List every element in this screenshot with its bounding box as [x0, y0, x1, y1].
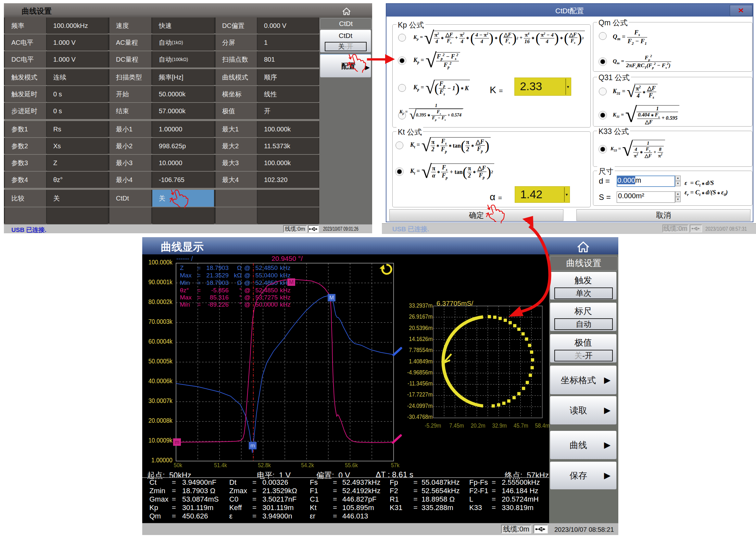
svg-text:M: M [289, 279, 294, 285]
svg-text:m: m [250, 443, 255, 449]
svg-text:M: M [329, 295, 334, 301]
svg-text:m: m [175, 439, 179, 445]
